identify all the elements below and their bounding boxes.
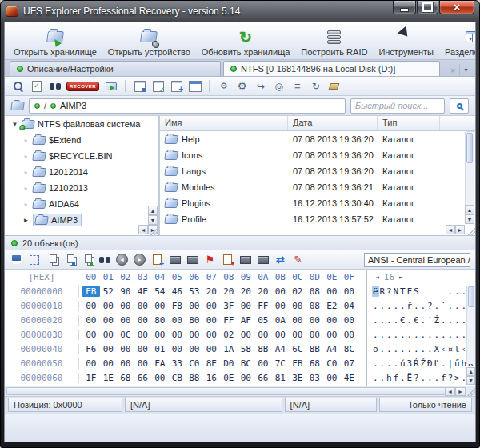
ansi-char[interactable]: . — [420, 315, 427, 326]
hex-byte[interactable]: 1E — [100, 373, 118, 383]
ansi-char[interactable] — [426, 286, 434, 297]
hex-byte[interactable]: D0 — [220, 358, 238, 369]
hex-byte[interactable]: 81 — [272, 373, 290, 383]
ansi-char[interactable]: . — [379, 358, 386, 369]
ansi-char[interactable]: ú — [399, 358, 406, 369]
ansi-char[interactable]: f — [393, 373, 400, 383]
hex-byte[interactable]: 8B — [254, 344, 272, 354]
build-raid-button[interactable]: Построить RAID — [295, 24, 373, 58]
ansi-char[interactable]: . — [399, 301, 406, 311]
ansi-char[interactable]: . — [420, 301, 427, 311]
ansi-char[interactable]: . — [454, 301, 461, 311]
bino-icon[interactable] — [48, 79, 62, 93]
hex-byte[interactable]: C0 — [323, 358, 341, 369]
file-row-profile[interactable]: Profile16.12.2013 13:57:52Каталог — [160, 211, 475, 227]
ansi-char[interactable]: . — [440, 315, 447, 326]
hex-byte[interactable]: C0 — [186, 358, 203, 369]
hex-byte[interactable]: 1A — [220, 344, 238, 354]
hex-byte[interactable]: 16 — [203, 373, 221, 383]
preview-icon[interactable] — [11, 79, 25, 93]
hex-byte[interactable]: 0E — [220, 373, 238, 383]
ansi-char[interactable]: . — [372, 358, 379, 369]
hex-byte[interactable]: 3F — [220, 301, 238, 311]
hex-byte[interactable]: 00 — [203, 344, 221, 354]
hex-byte[interactable]: 00 — [341, 330, 358, 340]
hex-byte[interactable]: E2 — [323, 301, 341, 311]
hex-byte[interactable]: 8B — [306, 344, 324, 354]
expand-icon-faint[interactable]: ▸ — [22, 169, 30, 176]
hex-byte[interactable]: 00 — [151, 330, 169, 340]
collapse-icon[interactable]: ▼ — [11, 121, 18, 128]
ansi-char[interactable]: . — [420, 330, 427, 340]
scroll-left-icon[interactable]: ◄ — [445, 387, 455, 396]
hex-byte[interactable]: 00 — [151, 301, 169, 311]
hex-byte[interactable]: 00 — [254, 330, 272, 340]
ansi-char[interactable]: . — [393, 330, 400, 340]
hex-byte[interactable]: FF — [220, 315, 238, 326]
ansi-char[interactable]: T — [399, 286, 406, 297]
hex-byte[interactable]: 0A — [272, 315, 290, 326]
ansi-char[interactable]: > — [454, 373, 461, 383]
tree-item-aida64[interactable]: ▸AIDA64 — [5, 196, 158, 212]
save-icon[interactable] — [10, 253, 23, 266]
convert-1-icon[interactable] — [238, 253, 252, 266]
hex-byte[interactable]: 00 — [323, 286, 341, 297]
scroll-up-icon[interactable]: ▲ — [466, 367, 475, 376]
hex-byte[interactable]: 00 — [186, 301, 203, 311]
ansi-char[interactable]: X — [434, 344, 441, 354]
file-row-icons[interactable]: Icons07.08.2013 19:36:20Каталог — [160, 147, 475, 163]
ansi-char[interactable]: . — [393, 358, 400, 369]
hex-byte[interactable]: 00 — [117, 301, 134, 311]
ansi-char[interactable]: . — [399, 344, 406, 354]
hex-byte[interactable]: 00 — [169, 344, 186, 354]
ansi-char[interactable]: ë — [372, 286, 379, 297]
tree-item-$recycle.bin[interactable]: ▸$RECYCLE.BIN — [5, 148, 158, 164]
find-icon[interactable] — [98, 253, 111, 266]
expand-icon-faint[interactable]: ▸ — [22, 201, 30, 208]
edit-icon[interactable] — [291, 253, 305, 266]
ansi-char[interactable]: Ŕ — [413, 358, 420, 369]
hex-byte[interactable]: 8E — [203, 358, 221, 369]
ansi-char[interactable]: f — [440, 373, 447, 383]
hex-byte[interactable]: 00 — [238, 373, 255, 383]
hex-byte[interactable]: 00 — [238, 330, 255, 340]
toolbar-overflow-icon[interactable]: ▾ — [469, 35, 472, 42]
redo-icon[interactable] — [309, 79, 322, 93]
hex-byte[interactable]: 4E — [134, 286, 152, 297]
open-storage-button[interactable]: Открыть хранилище — [8, 24, 102, 58]
hex-byte[interactable]: 00 — [82, 315, 100, 326]
close-button[interactable] — [439, 1, 474, 14]
ansi-char[interactable]: ? — [386, 286, 393, 297]
hex-byte[interactable]: 08 — [306, 301, 324, 311]
ansi-char[interactable]: ű — [454, 358, 461, 369]
hex-byte[interactable]: A4 — [323, 344, 341, 354]
expand-icon[interactable]: ► — [22, 217, 30, 224]
ansi-char[interactable]: . — [434, 301, 441, 311]
hex-byte[interactable]: F6 — [82, 344, 100, 354]
hex-byte[interactable]: 4E — [341, 373, 358, 383]
copy-hex-icon[interactable] — [62, 253, 76, 266]
ansi-char[interactable]: . — [372, 330, 379, 340]
flag-icon[interactable] — [203, 253, 217, 266]
hex-byte[interactable]: 20 — [238, 286, 255, 297]
scroll-right-icon[interactable]: ► — [455, 387, 466, 396]
tree-item-aimp3[interactable]: ►AIMP3 — [5, 212, 158, 228]
hex-byte[interactable]: 66 — [134, 373, 152, 383]
ansi-char[interactable]: . — [447, 301, 454, 311]
ansi-char[interactable]: . — [372, 301, 379, 311]
hex-byte[interactable]: 20 — [203, 286, 221, 297]
hex-byte[interactable]: 08 — [306, 286, 324, 297]
convert-2-icon[interactable] — [256, 253, 270, 266]
properties-icon[interactable] — [30, 79, 43, 93]
hex-byte[interactable]: 00 — [100, 358, 118, 369]
undo-icon[interactable] — [254, 79, 267, 93]
tree-item-12102013[interactable]: ▸12102013 — [5, 180, 158, 196]
ansi-char[interactable]: R — [379, 286, 386, 297]
hex-byte[interactable]: 00 — [272, 330, 290, 340]
gear-icon[interactable] — [235, 79, 249, 93]
column-name[interactable]: Имя — [160, 116, 288, 130]
ansi-char[interactable]: . — [386, 315, 393, 326]
ansi-char[interactable]: . — [413, 330, 420, 340]
ansi-char[interactable]: ˙ — [426, 315, 434, 326]
ansi-char[interactable]: . — [434, 373, 441, 383]
